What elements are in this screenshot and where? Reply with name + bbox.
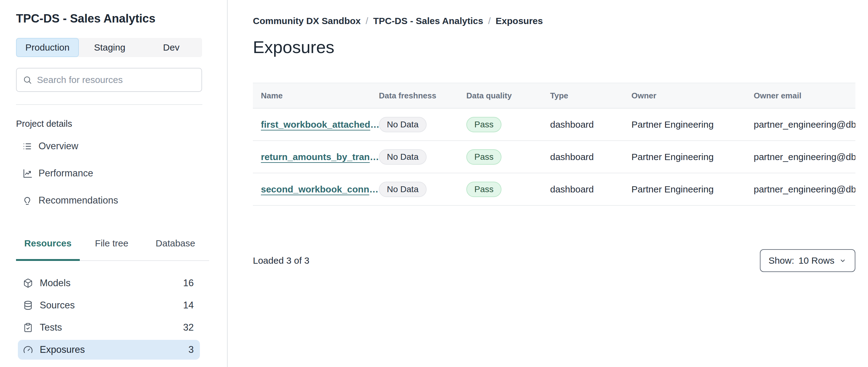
page-title: Exposures	[253, 37, 868, 57]
type-cell: dashboard	[550, 184, 631, 195]
quality-badge: Pass	[466, 149, 501, 165]
nav-item-label: Recommendations	[38, 195, 118, 206]
table-footer: Loaded 3 of 3 Show: 10 Rows	[253, 249, 856, 272]
table-row: return_amounts_by_tran… No Data Pass das…	[253, 141, 856, 173]
column-header-quality[interactable]: Data quality	[466, 91, 550, 101]
env-tab-dev[interactable]: Dev	[141, 38, 202, 57]
resource-search[interactable]	[16, 68, 202, 92]
exposures-table: Name Data freshness Data quality Type Ow…	[253, 83, 856, 206]
search-icon	[23, 75, 32, 85]
breadcrumb-account[interactable]: Community DX Sandbox	[253, 16, 361, 27]
column-header-freshness[interactable]: Data freshness	[379, 91, 466, 101]
nav-item-overview[interactable]: Overview	[16, 133, 227, 160]
database-icon	[23, 301, 33, 310]
loaded-status: Loaded 3 of 3	[253, 255, 310, 266]
environment-tabs: Production Staging Dev	[16, 38, 202, 57]
search-input[interactable]	[37, 75, 195, 85]
main-content: Community DX Sandbox / TPC-DS - Sales An…	[228, 0, 868, 367]
sidebar-divider	[16, 104, 203, 105]
resource-list: Models 16 Sources 14	[16, 273, 227, 367]
env-tab-staging[interactable]: Staging	[79, 38, 141, 57]
tab-resources[interactable]: Resources	[16, 230, 80, 260]
breadcrumb: Community DX Sandbox / TPC-DS - Sales An…	[253, 16, 868, 27]
sidebar-view-tabs: Resources File tree Database	[16, 230, 209, 261]
lightbulb-icon	[22, 196, 32, 206]
project-title: TPC-DS - Sales Analytics	[16, 11, 227, 26]
tab-database[interactable]: Database	[144, 230, 207, 260]
owner-email-cell: partner_engineering@dbt…	[754, 119, 856, 130]
column-header-owner[interactable]: Owner	[631, 91, 754, 101]
list-icon	[22, 141, 32, 151]
table-row: first_workbook_attached… No Data Pass da…	[253, 109, 856, 141]
owner-cell: Partner Engineering	[631, 119, 754, 130]
type-cell: dashboard	[550, 119, 631, 130]
breadcrumb-project[interactable]: TPC-DS - Sales Analytics	[373, 16, 483, 27]
resource-count: 3	[188, 344, 194, 355]
resource-item-exposures[interactable]: Exposures 3	[18, 340, 200, 360]
column-header-name[interactable]: Name	[261, 91, 379, 101]
resource-item-label: Tests	[40, 322, 62, 333]
exposure-name-link[interactable]: return_amounts_by_tran…	[261, 152, 379, 162]
owner-email-cell: partner_engineering@dbt…	[754, 152, 856, 162]
column-header-owner-email[interactable]: Owner email	[754, 91, 856, 101]
resource-count: 16	[183, 278, 194, 289]
gauge-icon	[23, 345, 33, 355]
freshness-badge: No Data	[379, 149, 427, 165]
quality-badge: Pass	[466, 182, 501, 197]
table-row: second_workbook_conn… No Data Pass dashb…	[253, 173, 856, 206]
project-nav: Overview Performance Recommendations	[16, 133, 227, 214]
show-label: Show:	[769, 255, 794, 266]
project-sidebar: TPC-DS - Sales Analytics Production Stag…	[0, 0, 228, 367]
quality-badge: Pass	[466, 117, 501, 132]
nav-item-label: Performance	[38, 168, 93, 179]
rows-per-page-dropdown[interactable]: Show: 10 Rows	[760, 249, 856, 272]
line-chart-icon	[22, 168, 32, 178]
resource-item-label: Models	[40, 278, 70, 289]
tab-file-tree[interactable]: File tree	[80, 230, 144, 260]
owner-cell: Partner Engineering	[631, 184, 754, 195]
resource-count: 32	[183, 322, 194, 333]
resource-item-label: Sources	[40, 300, 75, 311]
nav-item-recommendations[interactable]: Recommendations	[16, 187, 227, 214]
project-details-label: Project details	[16, 118, 227, 129]
resource-item-models[interactable]: Models 16	[18, 273, 200, 293]
exposure-name-link[interactable]: first_workbook_attached…	[261, 119, 379, 130]
owner-cell: Partner Engineering	[631, 152, 754, 162]
resource-item-label: Exposures	[40, 344, 85, 355]
nav-item-performance[interactable]: Performance	[16, 160, 227, 187]
resource-count: 14	[183, 300, 194, 311]
rows-per-page-value: 10 Rows	[798, 255, 834, 266]
resource-item-tests[interactable]: Tests 32	[18, 318, 200, 337]
freshness-badge: No Data	[379, 182, 427, 197]
breadcrumb-separator: /	[366, 16, 368, 27]
env-tab-production[interactable]: Production	[16, 38, 79, 57]
table-header-row: Name Data freshness Data quality Type Ow…	[253, 83, 856, 109]
column-header-type[interactable]: Type	[550, 91, 631, 101]
nav-item-label: Overview	[38, 141, 78, 152]
clipboard-check-icon	[23, 322, 33, 333]
freshness-badge: No Data	[379, 117, 427, 132]
cube-icon	[23, 278, 33, 288]
breadcrumb-separator: /	[488, 16, 491, 27]
exposure-name-link[interactable]: second_workbook_conn…	[261, 184, 378, 194]
type-cell: dashboard	[550, 152, 631, 162]
resource-item-sources[interactable]: Sources 14	[18, 295, 200, 315]
breadcrumb-current: Exposures	[496, 16, 543, 27]
owner-email-cell: partner_engineering@dbt…	[754, 184, 856, 195]
chevron-down-icon	[839, 257, 847, 264]
